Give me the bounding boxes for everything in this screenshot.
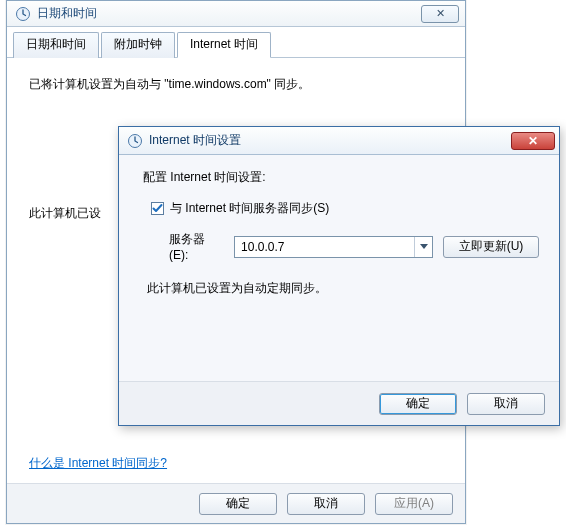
server-combobox[interactable]: 10.0.0.7 (234, 236, 433, 258)
server-row: 服务器(E): 10.0.0.7 立即更新(U) (143, 231, 539, 262)
heading-text: 配置 Internet 时间设置: (143, 169, 539, 186)
close-button[interactable]: ✕ (511, 132, 555, 150)
close-icon: ✕ (436, 7, 445, 20)
ok-button[interactable]: 确定 (379, 393, 457, 415)
tab-additional-clocks[interactable]: 附加时钟 (101, 32, 175, 58)
tab-date-time[interactable]: 日期和时间 (13, 32, 99, 58)
dialog-footer: 确定 取消 (119, 381, 559, 425)
close-button[interactable]: ✕ (421, 5, 459, 23)
dialog-title: Internet 时间设置 (149, 132, 241, 149)
check-icon (152, 203, 163, 214)
sync-info-text: 已将计算机设置为自动与 "time.windows.com" 同步。 (29, 76, 447, 93)
server-label: 服务器(E): (169, 231, 224, 262)
sync-checkbox[interactable] (151, 202, 164, 215)
clock-icon (127, 133, 143, 149)
tab-strip: 日期和时间 附加时钟 Internet 时间 (7, 27, 465, 58)
close-icon: ✕ (528, 134, 538, 148)
apply-button[interactable]: 应用(A) (375, 493, 453, 515)
titlebar[interactable]: Internet 时间设置 ✕ (119, 127, 559, 155)
dialog-body: 配置 Internet 时间设置: 与 Internet 时间服务器同步(S) … (119, 155, 559, 297)
help-link[interactable]: 什么是 Internet 时间同步? (29, 456, 167, 470)
chevron-down-icon[interactable] (414, 237, 432, 257)
server-value: 10.0.0.7 (235, 240, 414, 254)
update-now-button[interactable]: 立即更新(U) (443, 236, 539, 258)
status-text: 此计算机已设置为自动定期同步。 (143, 280, 539, 297)
cancel-button[interactable]: 取消 (287, 493, 365, 515)
internet-time-settings-dialog: Internet 时间设置 ✕ 配置 Internet 时间设置: 与 Inte… (118, 126, 560, 426)
cancel-button[interactable]: 取消 (467, 393, 545, 415)
titlebar[interactable]: 日期和时间 ✕ (7, 1, 465, 27)
clock-icon (15, 6, 31, 22)
ok-button[interactable]: 确定 (199, 493, 277, 515)
sync-checkbox-row: 与 Internet 时间服务器同步(S) (143, 200, 539, 217)
sync-checkbox-label[interactable]: 与 Internet 时间服务器同步(S) (170, 200, 329, 217)
tab-internet-time[interactable]: Internet 时间 (177, 32, 271, 58)
window-title: 日期和时间 (37, 5, 97, 22)
dialog-footer: 确定 取消 应用(A) (7, 483, 465, 523)
